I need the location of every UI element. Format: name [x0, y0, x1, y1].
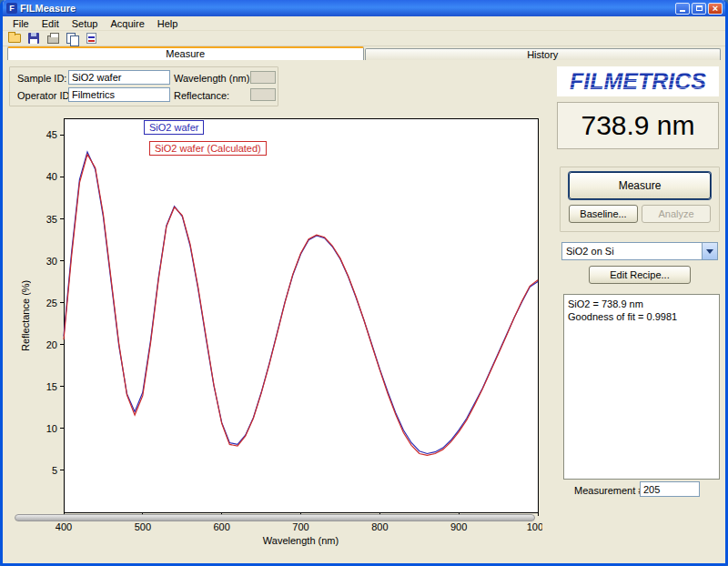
chevron-down-icon[interactable]: [702, 243, 717, 259]
measure-page: Sample ID: Operator ID: Wavelength (nm):…: [3, 60, 725, 563]
svg-text:800: 800: [371, 521, 388, 532]
sample-info-panel: Sample ID: Operator ID: Wavelength (nm):…: [9, 66, 278, 106]
analyze-button[interactable]: Analyze: [642, 205, 711, 223]
svg-text:400: 400: [56, 521, 72, 532]
svg-text:35: 35: [46, 214, 57, 225]
reflectance-field: [250, 88, 276, 101]
maximize-icon: [696, 5, 703, 11]
svg-text:600: 600: [213, 521, 229, 532]
svg-text:40: 40: [46, 171, 57, 182]
chart-panel: 400500600700800900100051015202530354045 …: [7, 107, 542, 555]
y-axis-label: Reflectance (%): [20, 118, 31, 512]
svg-text:20: 20: [46, 339, 57, 350]
x-axis-label: Wavelength (nm): [64, 535, 538, 546]
svg-text:1000: 1000: [527, 521, 542, 532]
measurement-number-field[interactable]: [640, 481, 700, 497]
copy-button[interactable]: [64, 32, 80, 45]
svg-text:10: 10: [46, 423, 57, 434]
sample-id-input[interactable]: [68, 70, 170, 85]
svg-text:30: 30: [46, 256, 57, 267]
logo-text: FILMETRICS: [570, 68, 706, 95]
svg-text:900: 900: [450, 521, 467, 532]
thickness-readout: 738.9 nm: [557, 102, 719, 149]
print-icon: [47, 35, 59, 44]
legend-measured: SiO2 wafer: [144, 120, 204, 135]
tab-strip: Measure History: [3, 46, 725, 60]
print-button[interactable]: [45, 32, 61, 45]
measurement-number-label: Measurement #: [574, 485, 643, 496]
window-controls: ×: [675, 3, 723, 15]
svg-text:25: 25: [46, 298, 57, 308]
svg-text:500: 500: [135, 521, 151, 532]
sample-id-label: Sample ID:: [17, 73, 66, 84]
svg-text:5: 5: [52, 465, 57, 476]
save-button[interactable]: [25, 32, 42, 45]
app-window: F FILMeasure × File Edit Setup Acquire H…: [0, 0, 728, 566]
reflectance-label: Reflectance:: [174, 90, 229, 101]
operator-id-label: Operator ID:: [17, 90, 73, 101]
export-button[interactable]: [83, 32, 99, 45]
minimize-icon: [680, 10, 685, 12]
folder-open-icon: [8, 34, 21, 43]
menu-item-file[interactable]: File: [6, 17, 35, 30]
title-bar[interactable]: F FILMeasure ×: [3, 0, 725, 16]
svg-text:15: 15: [46, 381, 57, 392]
close-icon: ×: [713, 4, 718, 14]
export-icon: [86, 33, 96, 44]
filmetrics-logo: FILMETRICS: [557, 66, 719, 96]
menu-bar: File Edit Setup Acquire Help: [3, 16, 725, 31]
svg-text:700: 700: [292, 521, 308, 532]
edit-recipe-button[interactable]: Edit Recipe...: [589, 266, 691, 284]
maximize-button[interactable]: [692, 3, 706, 15]
result-line-gof: Goodness of fit = 0.9981: [568, 310, 715, 323]
wavelength-label: Wavelength (nm):: [174, 73, 252, 84]
tab-history[interactable]: History: [365, 48, 722, 60]
close-button[interactable]: ×: [708, 3, 723, 15]
open-button[interactable]: [6, 32, 23, 45]
chart-scrollbar[interactable]: [15, 514, 535, 521]
chart-plot[interactable]: 400500600700800900100051015202530354045: [7, 107, 542, 555]
toolbar: [3, 31, 725, 46]
menu-item-help[interactable]: Help: [151, 17, 185, 30]
measure-button[interactable]: Measure: [569, 172, 711, 199]
minimize-button[interactable]: [675, 3, 690, 15]
menu-item-setup[interactable]: Setup: [66, 17, 105, 30]
app-icon: F: [6, 3, 17, 14]
recipe-select[interactable]: SiO2 on Si: [561, 242, 718, 260]
operator-id-input[interactable]: [68, 87, 170, 102]
results-box: SiO2 = 738.9 nm Goodness of fit = 0.9981: [563, 294, 720, 480]
window-title: FILMeasure: [20, 3, 675, 14]
recipe-selected-value: SiO2 on Si: [562, 246, 702, 257]
tab-measure[interactable]: Measure: [7, 46, 364, 60]
result-line-thickness: SiO2 = 738.9 nm: [568, 298, 715, 310]
baseline-button[interactable]: Baseline...: [569, 205, 638, 223]
menu-item-edit[interactable]: Edit: [35, 17, 66, 30]
svg-text:45: 45: [46, 129, 57, 140]
save-icon: [28, 33, 39, 44]
menu-item-acquire[interactable]: Acquire: [104, 17, 150, 30]
legend-calculated: SiO2 wafer (Calculated): [149, 141, 267, 156]
copy-icon: [66, 33, 78, 45]
wavelength-field: [250, 71, 276, 84]
